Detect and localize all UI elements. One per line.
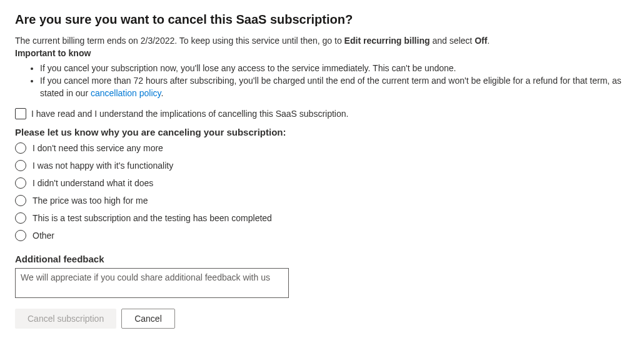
intro-bold-off: Off <box>475 36 487 46</box>
important-to-know-label: Important to know <box>15 48 629 58</box>
reason-option-dont-need[interactable]: I don't need this service any more <box>15 142 629 154</box>
reason-option-not-happy[interactable]: I was not happy with it's functionality <box>15 160 629 171</box>
reason-label: I don't need this service any more <box>33 143 163 153</box>
radio-icon[interactable] <box>15 212 26 224</box>
feedback-textarea[interactable] <box>15 268 289 298</box>
reason-label: This is a test subscription and the test… <box>33 213 272 223</box>
radio-icon[interactable] <box>15 195 26 206</box>
cancellation-policy-link[interactable]: cancellation policy <box>91 88 161 98</box>
acknowledge-row[interactable]: I have read and I understand the implica… <box>15 108 629 119</box>
radio-icon[interactable] <box>15 177 26 189</box>
dialog-heading: Are you sure you want to cancel this Saa… <box>15 12 629 27</box>
acknowledge-label: I have read and I understand the implica… <box>31 109 348 119</box>
reason-section-label: Please let us know why you are canceling… <box>15 127 629 137</box>
bullet2-suffix: . <box>161 88 164 98</box>
acknowledge-checkbox[interactable] <box>15 108 26 119</box>
reason-label: Other <box>33 231 54 241</box>
radio-icon[interactable] <box>15 142 26 154</box>
intro-suffix: . <box>487 36 490 46</box>
dialog-buttons: Cancel subscription Cancel <box>15 309 629 329</box>
intro-prefix: The current billing term ends on 2/3/202… <box>15 36 345 46</box>
feedback-section-label: Additional feedback <box>15 254 629 264</box>
cancel-button[interactable]: Cancel <box>121 309 175 329</box>
important-bullet-1: If you cancel your subscription now, you… <box>40 62 629 74</box>
important-bullet-2: If you cancel more than 72 hours after s… <box>40 74 629 99</box>
intro-mid: and select <box>430 36 475 46</box>
cancel-subscription-button[interactable]: Cancel subscription <box>15 309 116 329</box>
reason-option-didnt-understand[interactable]: I didn't understand what it does <box>15 177 629 189</box>
intro-bold-edit-billing: Edit recurring billing <box>345 36 430 46</box>
radio-icon[interactable] <box>15 230 26 241</box>
reason-option-test-subscription[interactable]: This is a test subscription and the test… <box>15 212 629 224</box>
reason-radio-group: I don't need this service any more I was… <box>15 142 629 241</box>
important-list: If you cancel your subscription now, you… <box>15 62 629 99</box>
radio-icon[interactable] <box>15 160 26 171</box>
reason-label: The price was too high for me <box>33 196 148 206</box>
reason-label: I didn't understand what it does <box>33 178 153 188</box>
reason-option-other[interactable]: Other <box>15 230 629 241</box>
reason-label: I was not happy with it's functionality <box>33 161 173 171</box>
reason-option-price-high[interactable]: The price was too high for me <box>15 195 629 206</box>
intro-text: The current billing term ends on 2/3/202… <box>15 34 629 47</box>
